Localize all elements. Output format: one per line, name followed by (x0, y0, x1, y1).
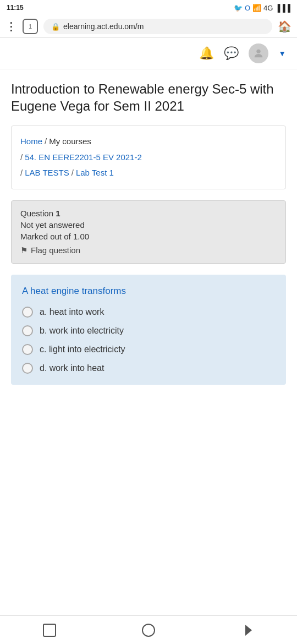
wifi-icon: 📶 (252, 4, 261, 12)
browser-icon: O (245, 4, 250, 12)
flag-question-label: Flag question (31, 245, 80, 255)
option-label-b: b. work into electricity (40, 326, 124, 336)
status-time: 11:15 (7, 4, 24, 12)
option-c[interactable]: c. light into electricicty (22, 344, 275, 355)
radio-a (22, 307, 33, 318)
bottom-nav (0, 615, 297, 644)
breadcrumb-labtest1-link[interactable]: Lab Test 1 (76, 165, 114, 181)
breadcrumb-sep-4: / (72, 165, 74, 181)
breadcrumb-course-link[interactable]: 54. EN EERE2201-5 EV 2021-2 (25, 150, 142, 166)
browser-menu-icon[interactable]: ⋮ (6, 20, 17, 33)
question-status: Not yet answered (20, 220, 277, 230)
circle-icon (142, 624, 155, 637)
breadcrumb-mycourses: My courses (49, 134, 91, 150)
breadcrumb-row-1: Home / My courses (20, 134, 277, 150)
option-a[interactable]: a. heat into work (22, 307, 275, 318)
radio-d (22, 363, 33, 374)
status-icons: 🐦 O 📶 4G ▐▐▐ (234, 4, 290, 12)
breadcrumb-sep-2: / (20, 150, 23, 166)
chat-icon[interactable]: 💬 (224, 46, 239, 61)
svg-point-0 (256, 50, 260, 53)
notification-bell-icon[interactable]: 🔔 (199, 46, 214, 61)
question-info-box: Question 1 Not yet answered Marked out o… (11, 200, 286, 264)
breadcrumb-row-3: / LAB TESTS / Lab Test 1 (20, 165, 277, 181)
page-title: Introduction to Renewable energy Sec-5 w… (11, 80, 286, 114)
breadcrumb-home-link[interactable]: Home (20, 134, 42, 150)
nav-square-button[interactable] (41, 622, 58, 638)
question-text: A heat engine transforms (22, 286, 275, 297)
chevron-down-icon[interactable]: ▼ (278, 49, 286, 58)
flag-question-button[interactable]: ⚑ Flag question (20, 245, 277, 255)
question-label: Question 1 (20, 209, 277, 218)
page-header-icons: 🔔 💬 ▼ (0, 38, 297, 69)
browser-url-bar[interactable]: 🔒 elearning.act.edu.om/m (43, 19, 272, 34)
breadcrumb-sep-1: / (45, 134, 47, 150)
radio-c (22, 344, 33, 355)
option-b[interactable]: b. work into electricity (22, 325, 275, 336)
square-icon (43, 624, 56, 637)
network-icon: 4G (263, 4, 273, 12)
triangle-icon (245, 625, 252, 636)
signal-icon: ▐▐▐ (275, 4, 290, 12)
option-label-d: d. work into heat (40, 363, 104, 373)
flag-icon: ⚑ (20, 245, 28, 255)
tab-count: 1 (29, 23, 32, 30)
status-bar: 11:15 🐦 O 📶 4G ▐▐▐ (0, 0, 297, 15)
nav-circle-button[interactable] (140, 622, 157, 638)
twitter-icon: 🐦 (234, 4, 243, 12)
options-list: a. heat into work b. work into electrici… (22, 307, 275, 374)
question-content-box: A heat engine transforms a. heat into wo… (11, 275, 286, 385)
option-label-c: c. light into electricicty (40, 345, 125, 354)
lock-icon: 🔒 (51, 23, 60, 31)
breadcrumb-labtests-link[interactable]: LAB TESTS (25, 165, 69, 181)
question-number: 1 (56, 209, 60, 218)
option-d[interactable]: d. work into heat (22, 363, 275, 374)
radio-b (22, 325, 33, 336)
home-icon[interactable]: 🏠 (278, 20, 292, 33)
question-marked: Marked out of 1.00 (20, 232, 277, 241)
option-label-a: a. heat into work (40, 307, 104, 317)
browser-bar: ⋮ 1 🔒 elearning.act.edu.om/m 🏠 (0, 15, 297, 38)
breadcrumb-row-2: / 54. EN EERE2201-5 EV 2021-2 (20, 150, 277, 166)
breadcrumb-sep-3: / (20, 165, 23, 181)
avatar[interactable] (249, 43, 268, 63)
breadcrumb: Home / My courses / 54. EN EERE2201-5 EV… (11, 125, 286, 189)
browser-tab-icon[interactable]: 1 (23, 19, 38, 34)
page-content: Introduction to Renewable energy Sec-5 w… (0, 69, 297, 385)
url-text: elearning.act.edu.om/m (63, 22, 144, 31)
nav-triangle-button[interactable] (239, 622, 256, 638)
